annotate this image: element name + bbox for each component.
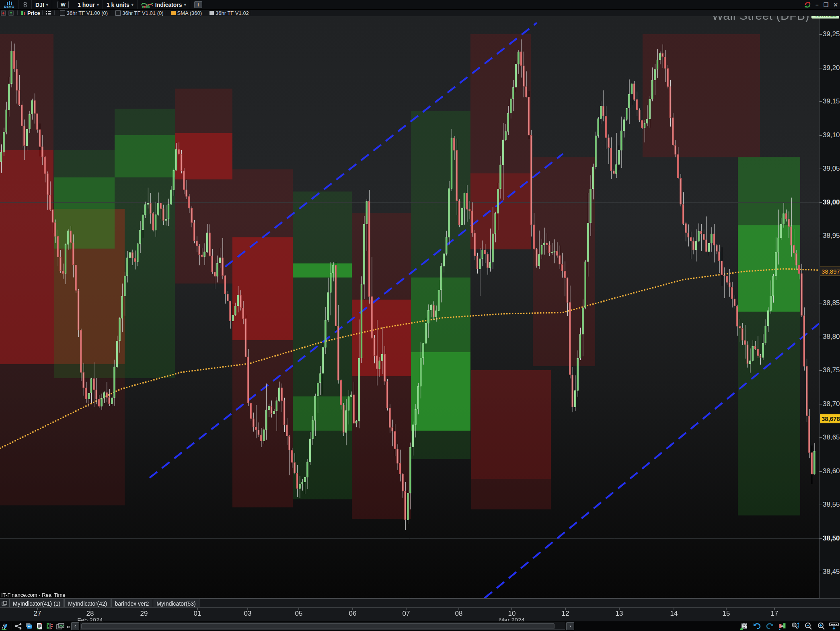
redo-button[interactable] — [764, 622, 775, 630]
separator — [204, 10, 204, 15]
date-tick: 08 — [455, 608, 463, 617]
date-tick: 06 — [349, 608, 357, 617]
separator — [110, 10, 110, 15]
zoom-vertical-button[interactable] — [790, 622, 801, 630]
close-button[interactable]: ✕ — [833, 2, 839, 8]
chain-link-icon — [23, 2, 28, 8]
chat-button[interactable] — [24, 622, 34, 630]
collapse-toolbar-button[interactable]: « — [66, 623, 71, 630]
undo-button[interactable] — [752, 622, 762, 630]
timeframe-label: 1 hour — [78, 2, 95, 8]
date-tick: 15 — [723, 608, 730, 617]
separator — [12, 623, 12, 630]
adjust-candle-width-button[interactable] — [777, 622, 788, 630]
price-chart-canvas[interactable] — [0, 16, 819, 598]
export-down-icon[interactable] — [1, 10, 7, 16]
date-tick: 07 — [403, 608, 410, 617]
separator — [166, 10, 166, 15]
indicator-tabs-bar: MyIndicator(41) (1)MyIndicator(42)barind… — [0, 598, 840, 608]
separator — [17, 10, 18, 15]
main-toolbar: DEMO DJI ▾ W 1 hour ▾ 1 k units ▾ — [0, 0, 840, 10]
units-selector[interactable]: 1 k units ▾ — [103, 0, 138, 9]
separator — [42, 10, 43, 15]
tabs-holder: MyIndicator(41) (1)MyIndicator(42)barind… — [9, 599, 200, 608]
chevron-down-icon: ▾ — [184, 2, 186, 7]
date-tick: 03 — [244, 608, 252, 617]
list-settings-icon[interactable] — [45, 10, 51, 16]
info-button[interactable]: i — [194, 1, 202, 8]
bottom-toolbar: « ‹ › — [0, 621, 840, 631]
indicator-swatch — [171, 11, 176, 15]
link-windows-button[interactable] — [19, 0, 32, 9]
weekly-label: W — [58, 1, 69, 8]
date-tick: 28Feb 2024 — [77, 608, 103, 623]
price-label[interactable]: Price — [27, 10, 40, 16]
date-tick: 17 — [771, 608, 778, 617]
indicators-label: Indicators — [155, 2, 182, 8]
sma-price-label: 38,897.1 — [820, 267, 840, 276]
indicator-checkbox[interactable] — [60, 10, 65, 16]
scroll-right-button[interactable]: › — [566, 622, 574, 630]
trading-platform-window: DEMO DJI ▾ W 1 hour ▾ 1 k units ▾ — [0, 0, 840, 631]
price-series-icon — [21, 10, 27, 16]
legend-bar: Price 36hr TF V1.00 (0)36hr TF V1.01 (0)… — [0, 10, 840, 16]
chevron-down-icon: ▾ — [46, 2, 48, 7]
maximize-button[interactable]: ❒ — [824, 2, 830, 8]
indicator-label[interactable]: 36hr TF V1.02 — [216, 10, 249, 16]
date-tick: 12 — [562, 608, 569, 617]
units-label: 1 k units — [107, 2, 129, 8]
chart-windows-button[interactable] — [55, 622, 66, 630]
zoom-out-button[interactable] — [803, 622, 813, 630]
date-tick: 14 — [670, 608, 678, 617]
indicator-tab[interactable]: MyIndicator(41) (1) — [9, 599, 64, 608]
separator — [251, 10, 251, 15]
demo-candles-icon — [7, 1, 12, 5]
feed-status: IT-Finance.com - Real Time — [1, 592, 66, 598]
draw-tool-button[interactable] — [0, 622, 10, 630]
date-tick: 13 — [616, 608, 623, 617]
legend-items: 36hr TF V1.00 (0)36hr TF V1.01 (0)SMA (3… — [57, 10, 253, 16]
scroll-left-button[interactable]: ‹ — [71, 622, 79, 630]
timeframe-selector[interactable]: 1 hour ▾ — [74, 0, 103, 9]
share-button[interactable] — [13, 622, 24, 630]
separator — [54, 10, 55, 15]
chart-scrollbar: ‹ › — [71, 623, 574, 630]
news-button[interactable] — [34, 622, 45, 630]
date-tick: 10Mar 2024 — [499, 608, 524, 623]
scrollbar-thumb[interactable] — [81, 623, 555, 629]
date-tick: 05 — [295, 608, 303, 617]
symbol-label: DJI — [35, 2, 44, 8]
indicators-menu[interactable]: Indicators ▾ — [138, 0, 190, 9]
scrollbar-track[interactable] — [80, 623, 565, 630]
indicator-tab[interactable]: MyIndicator(53) — [153, 599, 199, 608]
date-tick: 29 — [140, 608, 148, 617]
indicator-tab[interactable]: MyIndicator(42) — [64, 599, 111, 608]
calendar-button[interactable] — [739, 622, 749, 630]
indicator-label[interactable]: 36hr TF V1.01 (0) — [122, 10, 163, 16]
indicator-label[interactable]: 36hr TF V1.00 (0) — [67, 10, 108, 16]
date-tick: 01 — [194, 608, 201, 617]
indicator-checkbox[interactable] — [115, 10, 121, 16]
zoom-in-button[interactable] — [816, 622, 826, 630]
indicator-label[interactable]: SMA (360) — [177, 10, 202, 16]
market-depth-button[interactable] — [45, 622, 55, 630]
demo-account-logo[interactable]: DEMO — [0, 0, 19, 9]
last-price-label: 38,678.2 — [820, 414, 840, 423]
indicators-chart-icon — [141, 2, 153, 8]
indicator-tab[interactable]: barindex ver2 — [111, 599, 153, 608]
detach-windows-icon[interactable] — [0, 599, 9, 608]
demo-label: DEMO — [4, 5, 14, 8]
chevron-down-icon: ▾ — [131, 2, 133, 7]
import-up-icon[interactable] — [8, 10, 14, 16]
weekly-view-button[interactable]: W — [52, 0, 74, 9]
price-axis[interactable]: 39,25039,20039,15039,10039,05039,00038,9… — [819, 16, 840, 598]
time-axis[interactable]: 2728Feb 20242901030506070810Mar 20241213… — [0, 607, 840, 622]
minimize-button[interactable]: – — [815, 2, 819, 8]
refresh-icon[interactable] — [804, 1, 811, 8]
chevron-down-icon: ▾ — [97, 2, 99, 7]
indicator-swatch — [209, 11, 214, 15]
symbol-selector[interactable]: DJI ▾ — [32, 0, 52, 9]
hide-toolbar-button[interactable] — [829, 622, 839, 630]
date-tick: 27 — [34, 608, 41, 617]
